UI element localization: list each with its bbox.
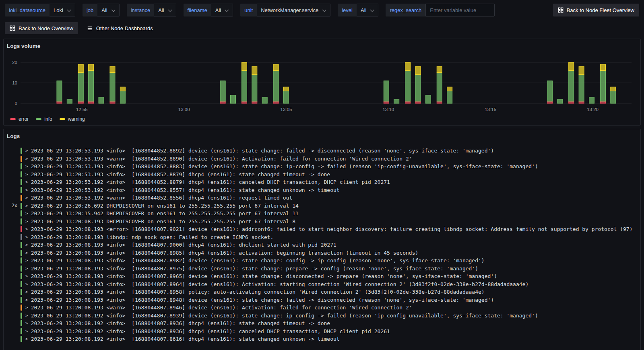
variable-selected-value: All bbox=[361, 7, 366, 13]
bar-segment-error bbox=[242, 101, 247, 103]
variable-value-dropdown[interactable]: Loki bbox=[50, 4, 75, 16]
log-row[interactable]: >2023-06-29 13:20:08.192 <info> [1688044… bbox=[7, 312, 637, 320]
logs-volume-chart[interactable]: 0102012:5513:0013:0513:1013:1513:20 bbox=[7, 58, 638, 114]
variable-label: regex_search bbox=[386, 4, 425, 16]
expand-chevron-icon[interactable]: > bbox=[25, 179, 28, 185]
log-row[interactable]: >2023-06-29 13:20:08.192 <info> [1688044… bbox=[7, 327, 637, 336]
log-level-indicator-info bbox=[21, 218, 22, 224]
legend-label: warning bbox=[68, 116, 85, 122]
variable-value-dropdown[interactable]: NetworkManager.service bbox=[257, 4, 330, 16]
expand-chevron-icon[interactable]: > bbox=[25, 242, 28, 247]
expand-chevron-icon[interactable]: > bbox=[25, 226, 28, 232]
log-row[interactable]: >2023-06-29 13:20:08.193 DHCPDISCOVER on… bbox=[7, 218, 637, 226]
expand-chevron-icon[interactable]: > bbox=[25, 289, 28, 294]
log-line-text: 2023-06-29 13:20:26.692 DHCPDISCOVER on … bbox=[31, 203, 299, 209]
bar-segment-info bbox=[437, 73, 442, 101]
expand-chevron-icon[interactable]: > bbox=[25, 156, 28, 161]
expand-chevron-icon[interactable]: > bbox=[25, 219, 28, 224]
chevron-down-icon bbox=[225, 8, 229, 12]
variable-value-dropdown[interactable]: All bbox=[357, 4, 378, 16]
expand-chevron-icon[interactable]: > bbox=[25, 164, 28, 169]
expand-chevron-icon[interactable]: > bbox=[25, 195, 28, 200]
y-axis-tick-label: 20 bbox=[12, 60, 17, 65]
log-line-text: 2023-06-29 13:20:08.192 <info> [16880448… bbox=[31, 313, 538, 319]
log-row[interactable]: >2023-06-29 13:20:08.193 <info> [1688044… bbox=[7, 280, 637, 288]
logs-volume-panel: Logs volume 0102012:5513:0013:0513:1013:… bbox=[3, 39, 641, 126]
expand-chevron-icon[interactable]: > bbox=[25, 297, 28, 303]
log-row[interactable]: >2023-06-29 13:20:08.193 <warn> [1688044… bbox=[7, 304, 637, 312]
expand-chevron-icon[interactable]: > bbox=[25, 250, 28, 255]
duplicate-count: 2x bbox=[7, 203, 17, 208]
chevron-down-icon bbox=[322, 8, 326, 12]
log-row[interactable]: >2023-06-29 13:20:08.192 <info> [1688044… bbox=[7, 319, 637, 327]
legend-item-error[interactable]: error bbox=[10, 116, 29, 122]
log-row[interactable]: >2023-06-29 13:20:53.193 <info> [1688044… bbox=[7, 171, 637, 179]
legend-item-warning[interactable]: warning bbox=[60, 116, 85, 122]
bar-segment-warning bbox=[78, 64, 83, 72]
bar-segment-info bbox=[110, 73, 115, 101]
bar-segment-info bbox=[384, 81, 389, 101]
log-line-text: 2023-06-29 13:20:53.193 <info> [16880448… bbox=[31, 171, 330, 177]
expand-chevron-icon[interactable]: > bbox=[25, 336, 28, 342]
log-row[interactable]: >2023-06-29 13:20:08.193 <error> [168804… bbox=[7, 225, 637, 233]
other-node-dashboards-button[interactable]: Other Node Dashboards bbox=[87, 22, 153, 34]
log-line-text: 2023-06-29 13:20:08.193 <info> [16880448… bbox=[31, 297, 494, 303]
bar-segment-info bbox=[405, 70, 411, 101]
variable-selected-value: NetworkManager.service bbox=[261, 7, 318, 13]
expand-chevron-icon[interactable]: > bbox=[25, 329, 28, 334]
expand-chevron-icon[interactable]: > bbox=[25, 274, 28, 279]
log-row[interactable]: >2023-06-29 13:20:08.192 <info> [1688044… bbox=[7, 335, 637, 343]
log-row[interactable]: >2023-06-29 13:20:53.193 <info> [1688044… bbox=[7, 147, 637, 155]
variable-value-dropdown[interactable]: All bbox=[211, 4, 233, 16]
expand-chevron-icon[interactable]: > bbox=[25, 172, 28, 177]
expand-chevron-icon[interactable]: > bbox=[25, 321, 28, 326]
button-label: Back to Node Fleet Overview bbox=[567, 7, 634, 13]
legend-swatch bbox=[36, 118, 41, 120]
log-row[interactable]: >2023-06-29 13:20:08.193 <info> [1688044… bbox=[7, 249, 637, 257]
log-row[interactable]: >2023-06-29 13:20:08.193 <info> [1688044… bbox=[7, 296, 637, 304]
log-row[interactable]: >2023-06-29 13:20:53.192 <info> [1688044… bbox=[7, 178, 637, 186]
bar-segment-info bbox=[242, 70, 247, 101]
log-level-indicator-info bbox=[21, 257, 22, 264]
legend-item-info[interactable]: info bbox=[36, 116, 52, 122]
log-row[interactable]: >2023-06-29 13:20:53.192 <info> [1688044… bbox=[7, 186, 637, 194]
bar-segment-warning bbox=[569, 62, 574, 70]
log-row[interactable]: >2023-06-29 13:20:08.193 <info> [1688044… bbox=[7, 257, 637, 265]
log-row[interactable]: >2023-06-29 13:20:08.193 <info> [1688044… bbox=[7, 265, 637, 273]
x-axis-tick-label: 12:55 bbox=[76, 107, 88, 112]
expand-chevron-icon[interactable]: > bbox=[25, 282, 28, 287]
expand-chevron-icon[interactable]: > bbox=[25, 187, 28, 193]
log-row[interactable]: >2023-06-29 13:20:08.193 libndp: ndp_soc… bbox=[7, 233, 637, 241]
log-row[interactable]: >2023-06-29 13:20:15.942 DHCPDISCOVER on… bbox=[7, 210, 637, 218]
log-row[interactable]: >2023-06-29 13:20:53.193 <warn> [1688044… bbox=[7, 155, 637, 163]
log-row[interactable]: >2023-06-29 13:20:08.193 <info> [1688044… bbox=[7, 288, 637, 296]
variable-selected-value: All bbox=[101, 7, 107, 13]
log-row[interactable]: 2x>2023-06-29 13:20:26.692 DHCPDISCOVER … bbox=[7, 202, 637, 210]
bar-segment-error bbox=[600, 101, 605, 103]
back-to-node-fleet-overview-button[interactable]: Back to Node Fleet Overview bbox=[553, 4, 639, 16]
log-level-indicator-info bbox=[21, 313, 22, 319]
log-level-indicator-info bbox=[21, 289, 22, 295]
log-row[interactable]: >2023-06-29 13:20:08.193 <info> [1688044… bbox=[7, 241, 637, 249]
expand-chevron-icon[interactable]: > bbox=[25, 313, 28, 318]
log-row[interactable]: >2023-06-29 13:20:53.193 <info> [1688044… bbox=[7, 163, 637, 171]
expand-chevron-icon[interactable]: > bbox=[25, 258, 28, 263]
expand-chevron-icon[interactable]: > bbox=[25, 235, 28, 240]
back-to-node-overview-button[interactable]: Back to Node Overview bbox=[5, 22, 78, 34]
variable-value-dropdown[interactable]: All bbox=[154, 4, 176, 16]
expand-chevron-icon[interactable]: > bbox=[25, 148, 28, 153]
log-line-text: 2023-06-29 13:20:08.193 <info> [16880448… bbox=[31, 242, 336, 248]
log-row[interactable]: >2023-06-29 13:20:08.193 <info> [1688044… bbox=[7, 272, 637, 280]
expand-chevron-icon[interactable]: > bbox=[25, 305, 28, 310]
expand-chevron-icon[interactable]: > bbox=[25, 203, 28, 208]
x-axis-tick-label: 13:20 bbox=[587, 107, 599, 112]
menu-icon bbox=[87, 25, 93, 31]
regex-search-input[interactable] bbox=[425, 4, 495, 16]
variable-instance: instanceAll bbox=[127, 4, 176, 16]
log-row[interactable]: >2023-06-29 13:20:53.192 <warn> [1688044… bbox=[7, 194, 637, 202]
variable-selected-value: All bbox=[158, 7, 164, 13]
expand-chevron-icon[interactable]: > bbox=[25, 266, 28, 271]
variable-selected-value: All bbox=[215, 7, 221, 13]
variable-value-dropdown[interactable]: All bbox=[97, 4, 119, 16]
expand-chevron-icon[interactable]: > bbox=[25, 211, 28, 216]
